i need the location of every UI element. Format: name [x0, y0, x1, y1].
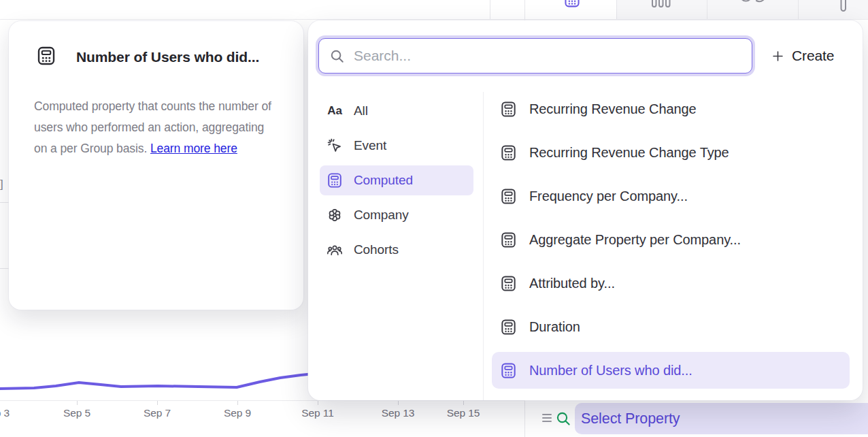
property-item-label: Attributed by...: [529, 276, 615, 291]
x-axis-line: [0, 400, 524, 401]
x-axis-tick-label: Sep 11: [297, 407, 338, 419]
property-item[interactable]: Aggregate Property per Company...: [492, 221, 850, 258]
calculator-icon: [500, 188, 517, 205]
calculator-icon: [36, 46, 56, 66]
property-item-label: Number of Users who did...: [529, 363, 692, 378]
property-item-label: Recurring Revenue Change: [529, 101, 697, 117]
learn-more-link[interactable]: Learn more here: [150, 142, 237, 155]
calculator-icon: [500, 144, 517, 161]
category-label: Cohorts: [354, 242, 399, 257]
search-focus-ring: [316, 35, 755, 76]
cohorts-people-icon: [327, 242, 343, 258]
property-picker-popup: Create AaAllEventComputedCompanyCohorts …: [308, 20, 863, 400]
x-axis-tick: [463, 401, 464, 405]
property-item[interactable]: Recurring Revenue Change Type: [492, 134, 850, 171]
tooltip-title: Number of Users who did...: [76, 49, 259, 65]
tab-retention[interactable]: [707, 0, 798, 19]
tab-table-report[interactable]: [525, 0, 616, 19]
x-axis-tick: [77, 401, 78, 405]
property-item[interactable]: Number of Users who did...: [492, 352, 850, 389]
x-axis-tick: [157, 401, 158, 405]
background-divider: [0, 268, 9, 269]
report-tab-strip: [525, 0, 868, 19]
cursor-sparkle-icon: [327, 137, 343, 154]
property-item[interactable]: Frequency per Company...: [492, 178, 850, 214]
tooltip-description: Computed property that counts the number…: [34, 96, 276, 159]
property-item-label: Aggregate Property per Company...: [529, 232, 741, 248]
calculator-icon: [500, 362, 517, 379]
category-item-all[interactable]: AaAll: [320, 96, 473, 126]
category-item-cohorts[interactable]: Cohorts: [320, 235, 473, 265]
category-label: Company: [354, 208, 409, 223]
bar-chart-tab-icon: [651, 0, 671, 7]
x-axis-tick-label: Sep 15: [443, 407, 484, 419]
create-button-label: Create: [792, 48, 834, 64]
app-canvas: ] Sep 3Sep 5Sep 7Sep 9Sep 11Sep 13Sep 15…: [0, 0, 868, 437]
x-axis-tick-label: Sep 9: [217, 407, 258, 419]
property-item-label: Recurring Revenue Change Type: [529, 145, 729, 161]
search-input[interactable]: [352, 47, 745, 65]
property-item[interactable]: Duration: [492, 308, 850, 345]
tab-funnel[interactable]: [798, 0, 868, 19]
retention-curve-tab-icon: [737, 0, 767, 7]
property-tooltip-card: Number of Users who did... Computed prop…: [9, 21, 303, 310]
x-axis-tick: [318, 401, 318, 405]
calculator-icon: [500, 275, 517, 292]
create-button[interactable]: Create: [771, 35, 834, 76]
x-axis-tick: [237, 401, 238, 405]
category-label: All: [354, 103, 368, 118]
column-divider: [483, 92, 484, 400]
x-axis-tick-label: Sep 7: [137, 407, 178, 419]
header-divider: [0, 19, 868, 20]
category-list: AaAllEventComputedCompanyCohorts: [320, 96, 473, 270]
x-axis-tick-label: Sep 3: [0, 407, 16, 419]
funnel-tab-icon: [840, 0, 847, 12]
category-label: Event: [354, 138, 386, 153]
clipped-text-fragment: ]: [0, 178, 3, 191]
table-report-tab-icon: [563, 0, 581, 8]
x-axis-tick-label: Sep 13: [378, 407, 418, 419]
property-search-icon: [555, 410, 571, 427]
category-item-event[interactable]: Event: [320, 131, 473, 161]
category-item-company[interactable]: Company: [320, 200, 473, 230]
calculator-icon: [327, 172, 343, 189]
result-list: Recurring Revenue ChangeRecurring Revenu…: [492, 91, 850, 395]
property-item-label: Frequency per Company...: [529, 189, 688, 204]
calculator-icon: [500, 319, 517, 336]
x-axis-tick: [398, 401, 399, 405]
category-label: Computed: [354, 173, 413, 188]
category-item-computed[interactable]: Computed: [320, 165, 473, 195]
company-flower-icon: [327, 207, 343, 223]
search-field[interactable]: [318, 38, 752, 74]
select-property-label: Select Property: [581, 410, 680, 427]
x-axis-tick-label: Sep 5: [56, 407, 97, 419]
background-divider: [0, 202, 9, 203]
chart-inner-border: [490, 0, 490, 19]
calculator-icon: [500, 101, 517, 118]
search-icon: [329, 48, 345, 64]
text-aa-icon: Aa: [327, 103, 343, 119]
property-item[interactable]: Attributed by...: [492, 265, 850, 302]
tab-bar-chart[interactable]: [616, 0, 707, 19]
property-item[interactable]: Recurring Revenue Change: [492, 91, 850, 127]
drag-handle-icon[interactable]: [542, 414, 552, 422]
select-property-field[interactable]: Select Property: [575, 403, 868, 434]
property-item-label: Duration: [529, 319, 580, 335]
calculator-icon: [500, 231, 517, 248]
plus-icon: [771, 50, 784, 63]
